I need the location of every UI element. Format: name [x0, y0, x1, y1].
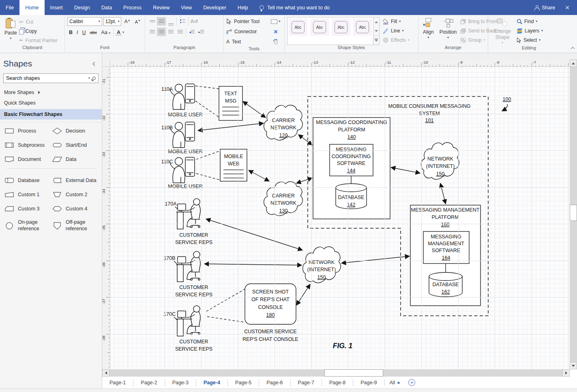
tab-home[interactable]: Home — [19, 0, 44, 15]
paste-button[interactable]: Paste ▾ — [2, 17, 19, 45]
carrier-network-120[interactable]: CARRIER NETWORK 120 — [264, 105, 302, 140]
stencil-item-custom3[interactable]: Custom 3 — [4, 205, 52, 212]
shape-style-sample-2[interactable]: Abc — [310, 19, 329, 36]
vertical-scrollbar[interactable] — [570, 60, 577, 369]
csr-170b[interactable]: 170B CUSTOMER SERVICE REPS — [163, 251, 212, 298]
underline-button[interactable]: U — [81, 29, 88, 36]
drawing-page[interactable]: 100 MOBILE CONSUMER MESSAGING SYSTEM 101… — [110, 67, 570, 369]
shapes-search-box[interactable]: ▾ — [3, 73, 99, 83]
tab-page-9[interactable]: Page-9 — [353, 379, 384, 386]
shape-style-sample-4[interactable]: Abc — [353, 19, 372, 36]
csr-170a[interactable]: 170A CUSTOMER SERVICE REPS — [165, 199, 212, 245]
change-case-button[interactable]: Aa ▾ — [99, 29, 112, 36]
tab-help[interactable]: Help — [232, 0, 254, 15]
stencil-item-subprocess[interactable]: Subprocess — [4, 141, 52, 149]
font-family-combo[interactable]: Calibri ▾ — [67, 17, 102, 26]
database-162[interactable]: DATABASE 162 — [429, 272, 462, 297]
text-block-tool[interactable] — [270, 39, 282, 45]
stencil-item-custom1[interactable]: Custom 1 — [4, 191, 52, 198]
tab-page-2[interactable]: Page-2 — [133, 379, 165, 386]
connection-point-x-icon[interactable]: ✕ — [270, 29, 282, 35]
select-button[interactable]: Select▾ — [517, 36, 543, 45]
text-msg-shape[interactable]: TEXT MSG — [219, 86, 242, 120]
network-internet-150-lower[interactable]: NETWORK (INTERNET) 150 — [303, 247, 341, 283]
ref-100[interactable]: 100 — [502, 96, 511, 111]
add-page-button[interactable]: + — [408, 379, 415, 386]
increase-indent-button[interactable]: ▸ — [197, 28, 206, 36]
search-icon[interactable] — [92, 77, 96, 80]
network-internet-150-right[interactable]: NETWORK (INTERNET) 150 — [421, 143, 459, 180]
scroll-down-button[interactable] — [570, 362, 577, 369]
shape-style-sample-1[interactable]: Abc — [289, 19, 307, 36]
shape-outline-swatch[interactable]: ▾ — [270, 19, 282, 24]
mobile-user-110b[interactable]: 110B MOBILE USER — [161, 122, 203, 154]
stencil-item-custom2[interactable]: Custom 2 — [52, 191, 100, 198]
bold-button[interactable]: B — [67, 29, 74, 36]
tab-developer[interactable]: Developer — [197, 0, 232, 15]
tab-page-5[interactable]: Page-5 — [228, 379, 259, 386]
horizontal-scroll-thumb[interactable] — [324, 369, 383, 377]
change-shape-button[interactable]: Change Shape ▾ — [491, 17, 514, 45]
tab-page-3[interactable]: Page-3 — [165, 379, 196, 386]
shape-style-sample-3[interactable]: Abc — [332, 19, 350, 36]
vertical-scroll-thumb[interactable] — [570, 205, 577, 221]
align-button[interactable]: Align ▾ — [421, 17, 436, 45]
ribbon-collapse[interactable] — [570, 15, 577, 53]
strikethrough-button[interactable]: abc — [88, 30, 99, 35]
more-shapes-item[interactable]: More Shapes — [0, 87, 102, 98]
horizontal-scrollbar[interactable] — [102, 369, 570, 377]
tab-page-6[interactable]: Page-6 — [259, 379, 290, 386]
mobile-user-110a[interactable]: 110A MOBILE USER — [161, 84, 203, 118]
shrink-font-button[interactable]: A▼ — [133, 19, 142, 25]
stencil-item-onpage-reference[interactable]: On-page reference — [4, 219, 52, 232]
tab-data[interactable]: Data — [96, 0, 118, 15]
chevron-down-icon[interactable]: ▾ — [88, 77, 90, 80]
quick-shapes-item[interactable]: Quick Shapes — [0, 98, 102, 108]
pointer-tool-button[interactable]: Pointer Tool — [234, 19, 260, 24]
decrease-indent-button[interactable]: ◂ — [187, 28, 196, 36]
cut-button[interactable]: ✂ Cut — [19, 17, 58, 26]
align-right-button[interactable] — [166, 28, 175, 36]
gallery-more-button[interactable] — [373, 35, 379, 45]
tab-view[interactable]: View — [175, 0, 197, 15]
chat-console-180[interactable]: SCREEN SHOT OF REP'S CHAT CONSOLE 180 CU… — [242, 284, 298, 342]
stencil-item-external-data[interactable]: External Data — [52, 177, 100, 184]
horizontal-ruler[interactable]: -18-17-16-15-14-13-12-11-10-9-8-7 — [110, 60, 570, 67]
tab-page-4[interactable]: Page-4 — [196, 379, 228, 386]
messaging-coordinating-platform[interactable]: MESSAGING COORDINATING PLATFORM 140 MESS… — [313, 118, 390, 219]
align-bottom-button[interactable] — [166, 17, 175, 26]
effects-button[interactable]: Effects▾ — [383, 36, 409, 45]
stencil-item-offpage-reference[interactable]: Off-page reference — [52, 219, 100, 232]
text-tool-button[interactable]: Text — [232, 39, 241, 45]
active-stencil-header[interactable]: Basic Flowchart Shapes — [0, 109, 102, 120]
scroll-left-button[interactable] — [102, 369, 109, 377]
font-size-combo[interactable]: 12pt. ▾ — [103, 17, 122, 26]
stencil-item-process[interactable]: Process — [4, 127, 52, 135]
copy-button[interactable]: Copy — [19, 26, 58, 36]
text-direction-button[interactable]: A↺ — [190, 17, 199, 26]
fill-button[interactable]: Fill▾ — [383, 17, 409, 26]
position-button[interactable]: Position ▾ — [438, 17, 459, 45]
collapse-panel-icon[interactable] — [93, 62, 97, 66]
tab-file[interactable]: File — [0, 0, 19, 15]
gallery-scroll-up[interactable] — [373, 17, 379, 26]
align-top-button[interactable] — [148, 17, 157, 26]
tab-page-1[interactable]: Page-1 — [102, 379, 133, 386]
tab-design[interactable]: Design — [69, 0, 96, 15]
close-button[interactable]: ✕ — [562, 4, 572, 11]
align-left-button[interactable] — [148, 28, 157, 36]
align-middle-button[interactable] — [157, 17, 166, 26]
justify-button[interactable] — [176, 28, 184, 36]
align-center-button[interactable] — [157, 28, 166, 36]
csr-170c[interactable]: 170C CUSTOMER SERVICE REPS — [163, 306, 212, 352]
stencil-item-startend[interactable]: Start/End — [52, 141, 100, 149]
stencil-item-custom4[interactable]: Custom 4 — [52, 205, 100, 212]
line-button[interactable]: Line▾ — [383, 26, 409, 35]
stencil-item-document[interactable]: Document — [4, 156, 52, 163]
tab-process[interactable]: Process — [118, 0, 147, 15]
tab-page-8[interactable]: Page-8 — [322, 379, 353, 386]
tab-page-7[interactable]: Page-7 — [291, 379, 322, 386]
vertical-ruler[interactable]: -31-32-33-34-35-36-37-38 — [102, 67, 110, 369]
tab-review[interactable]: Review — [147, 0, 175, 15]
stencil-item-decision[interactable]: Decision — [52, 127, 100, 135]
